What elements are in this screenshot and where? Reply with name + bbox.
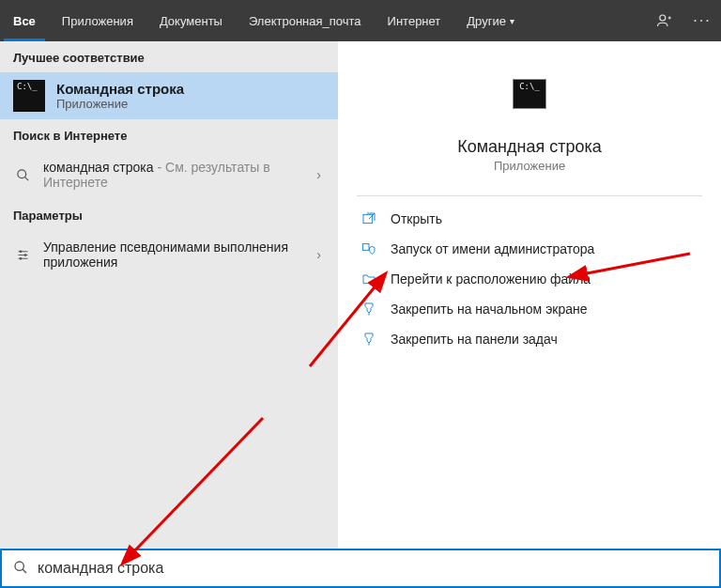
- folder-location-icon: [360, 271, 377, 287]
- search-filter-tabs: Все Приложения Документы Электронная_поч…: [0, 0, 721, 41]
- cmd-icon: C:\_: [13, 80, 45, 112]
- search-input[interactable]: [38, 560, 708, 577]
- chevron-down-icon: ▾: [510, 16, 514, 26]
- svg-point-7: [24, 254, 26, 255]
- action-label: Открыть: [391, 211, 442, 226]
- open-icon: [360, 210, 377, 227]
- tab-email[interactable]: Электронная_почта: [236, 0, 375, 41]
- best-match-title: Командная строка: [56, 81, 184, 97]
- divider: [357, 195, 702, 196]
- settings-result[interactable]: Управление псевдонимами выполнения прило…: [0, 230, 338, 279]
- cmd-icon: C:\_: [513, 79, 546, 109]
- alias-settings-icon: [13, 248, 32, 262]
- svg-point-1: [17, 169, 25, 178]
- action-pin-taskbar[interactable]: Закрепить на панели задач: [357, 324, 702, 354]
- web-search-text: командная строка - См. результаты в Инте…: [43, 160, 301, 190]
- pin-taskbar-icon: [360, 331, 377, 348]
- preview-column: C:\_ Командная строка Приложение Открыть…: [338, 41, 721, 549]
- svg-point-0: [660, 15, 666, 21]
- web-search-result[interactable]: командная строка - См. результаты в Инте…: [0, 150, 338, 199]
- action-label: Перейти к расположению файла: [391, 271, 591, 286]
- svg-point-8: [20, 257, 22, 259]
- action-label: Запуск от имени администратора: [391, 241, 594, 256]
- preview-subtitle: Приложение: [357, 159, 702, 173]
- tab-label: Другие: [467, 14, 506, 28]
- svg-point-6: [20, 250, 22, 252]
- action-run-as-admin[interactable]: Запуск от имени администратора: [357, 234, 702, 264]
- action-open[interactable]: Открыть: [357, 204, 702, 234]
- tab-label: Приложения: [62, 14, 133, 28]
- tab-label: Все: [13, 14, 36, 28]
- preview-title: Командная строка: [357, 137, 702, 157]
- chevron-right-icon: ›: [313, 167, 325, 182]
- search-icon: [13, 168, 32, 182]
- results-column: Лучшее соответствие C:\_ Командная строк…: [0, 41, 338, 549]
- tab-documents[interactable]: Документы: [146, 0, 236, 41]
- search-icon: [13, 560, 28, 578]
- best-match-result[interactable]: C:\_ Командная строка Приложение: [0, 72, 338, 119]
- action-pin-start[interactable]: Закрепить на начальном экране: [357, 294, 702, 324]
- svg-point-13: [15, 562, 23, 570]
- feedback-icon[interactable]: [646, 0, 683, 41]
- action-open-location[interactable]: Перейти к расположению файла: [357, 264, 702, 294]
- tab-web[interactable]: Интернет: [375, 0, 454, 41]
- svg-line-14: [23, 569, 26, 573]
- more-options-icon[interactable]: ···: [683, 0, 721, 41]
- section-settings: Параметры: [0, 199, 338, 230]
- settings-result-text: Управление псевдонимами выполнения прило…: [43, 240, 301, 270]
- action-label: Закрепить на панели задач: [391, 332, 558, 347]
- search-bar[interactable]: [0, 549, 721, 588]
- shield-admin-icon: [360, 240, 377, 257]
- tab-apps[interactable]: Приложения: [49, 0, 146, 41]
- tab-label: Документы: [160, 14, 222, 28]
- svg-rect-9: [363, 214, 372, 223]
- chevron-right-icon: ›: [313, 247, 325, 262]
- svg-rect-10: [362, 244, 369, 251]
- section-web-search: Поиск в Интернете: [0, 119, 338, 150]
- action-label: Закрепить на начальном экране: [391, 302, 588, 317]
- section-best-match: Лучшее соответствие: [0, 41, 338, 72]
- tab-all[interactable]: Все: [0, 0, 49, 41]
- pin-start-icon: [360, 301, 377, 317]
- best-match-subtitle: Приложение: [56, 97, 184, 111]
- tab-label: Электронная_почта: [249, 14, 361, 28]
- tab-label: Интернет: [388, 14, 441, 28]
- tab-more[interactable]: Другие ▾: [453, 0, 528, 41]
- svg-line-2: [24, 177, 28, 180]
